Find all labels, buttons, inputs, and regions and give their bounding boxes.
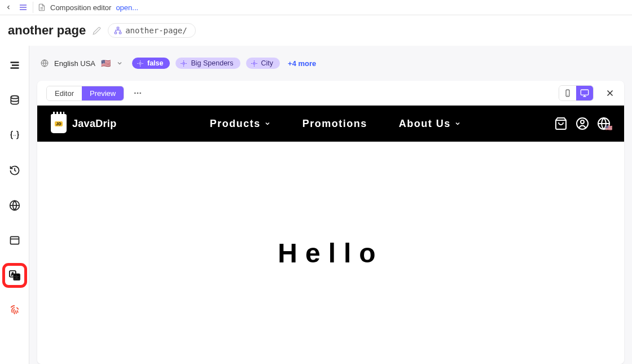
svg-rect-5 — [117, 27, 119, 29]
locale-label: English USA — [54, 59, 95, 68]
sitemap-icon — [114, 27, 122, 34]
svg-point-37 — [134, 93, 136, 94]
chip-label: Big Spenders — [191, 59, 233, 67]
cart-button[interactable] — [554, 117, 568, 130]
panel-toolbar: Editor Preview — [37, 81, 624, 106]
chip-label: false — [147, 59, 164, 67]
desktop-icon — [580, 89, 589, 98]
sidebar-item-parameters[interactable] — [5, 126, 24, 145]
menu-item-label: About Us — [399, 118, 451, 130]
dots-horizontal-icon — [133, 89, 142, 98]
sidebar-item-data[interactable] — [5, 91, 24, 110]
site-menu: Products Promotions About Us — [210, 118, 461, 130]
context-chip-false[interactable]: false — [132, 58, 170, 69]
braces-icon — [9, 130, 20, 141]
menu-icon — [19, 3, 28, 12]
viewport-toggle — [559, 85, 594, 101]
sidebar-item-page[interactable] — [5, 231, 24, 250]
sidebar-item-localization[interactable]: A文 — [5, 266, 24, 285]
translate-icon: A文 — [8, 269, 21, 282]
target-icon — [251, 60, 258, 67]
menu-item-label: Products — [210, 118, 261, 130]
svg-rect-10 — [10, 67, 19, 69]
brand-logo-badge: JD — [55, 121, 63, 126]
sidebar-item-history[interactable] — [5, 161, 24, 180]
viewport-desktop-button[interactable] — [576, 86, 593, 100]
slug-chip[interactable]: another-page/ — [108, 23, 196, 38]
site-menu-item-promotions[interactable]: Promotions — [302, 118, 367, 130]
locale-dropdown-button[interactable] — [116, 60, 123, 67]
svg-point-27 — [183, 62, 185, 64]
close-icon — [605, 88, 615, 98]
fingerprint-icon — [9, 305, 20, 316]
svg-point-11 — [11, 96, 18, 99]
svg-rect-9 — [12, 64, 19, 66]
mobile-icon — [564, 89, 572, 97]
site-icons: 🇺🇸 — [554, 117, 611, 130]
shopping-bag-icon — [554, 117, 568, 130]
context-more-link[interactable]: +4 more — [288, 59, 316, 68]
chevron-down-icon — [454, 120, 461, 127]
globe-icon — [9, 200, 20, 211]
content-area: English USA 🇺🇸 false Big Spenders — [29, 46, 632, 364]
editor-preview-toggle: Editor Preview — [46, 86, 124, 101]
svg-rect-6 — [115, 32, 117, 34]
context-chip-city[interactable]: City — [246, 58, 280, 69]
locale-globe-icon — [41, 59, 49, 67]
edit-title-button[interactable] — [93, 27, 101, 35]
site-menu-item-products[interactable]: Products — [210, 118, 271, 130]
svg-point-22 — [139, 62, 141, 64]
slug-text: another-page/ — [125, 26, 187, 35]
svg-point-38 — [137, 93, 139, 94]
site-menu-item-about[interactable]: About Us — [399, 118, 461, 130]
sidebar-rail: A文 — [0, 46, 29, 364]
viewport-mobile-button[interactable] — [559, 86, 576, 100]
history-icon — [9, 165, 20, 176]
back-button[interactable] — [3, 2, 14, 12]
svg-point-32 — [253, 62, 254, 64]
browser-icon — [9, 235, 20, 246]
brand[interactable]: JD JavaDrip — [51, 114, 116, 133]
sidebar-item-personalization[interactable] — [5, 301, 24, 320]
structure-icon — [9, 60, 20, 71]
context-row: English USA 🇺🇸 false Big Spenders — [29, 46, 632, 81]
target-icon — [137, 60, 144, 67]
database-icon — [9, 95, 20, 106]
brand-logo: JD — [51, 114, 67, 133]
chevron-left-icon — [5, 4, 12, 11]
sidebar-item-structure[interactable] — [5, 56, 24, 75]
site-preview: JD JavaDrip Products Promotions — [37, 106, 624, 364]
divider — [33, 2, 33, 13]
titlebar: another page another-page/ — [0, 15, 632, 46]
svg-rect-42 — [581, 90, 588, 95]
svg-rect-8 — [10, 62, 19, 63]
locale-flag: 🇺🇸 — [101, 59, 111, 68]
svg-rect-14 — [10, 236, 19, 244]
chevron-down-icon — [116, 60, 123, 67]
locale-switcher-button[interactable]: 🇺🇸 — [597, 117, 611, 130]
preview-tab-button[interactable]: Preview — [82, 86, 124, 100]
menu-item-label: Promotions — [302, 118, 367, 130]
preview-panel: Editor Preview — [37, 81, 624, 364]
target-icon — [180, 60, 187, 67]
sidebar-item-locales[interactable] — [5, 196, 24, 215]
svg-point-39 — [140, 93, 142, 94]
pencil-icon — [93, 27, 101, 35]
chip-label: City — [261, 59, 274, 67]
account-button[interactable] — [576, 117, 589, 130]
editor-tab-button[interactable]: Editor — [47, 86, 82, 100]
chevron-down-icon — [264, 120, 271, 127]
panel-more-button[interactable] — [131, 86, 144, 100]
context-chip-big-spenders[interactable]: Big Spenders — [175, 58, 240, 69]
document-icon — [38, 3, 46, 11]
menu-toggle-button[interactable] — [18, 2, 28, 12]
hero-text: Hello — [278, 238, 383, 269]
site-navbar: JD JavaDrip Products Promotions — [37, 106, 624, 142]
svg-point-49 — [581, 120, 584, 124]
svg-rect-7 — [119, 32, 121, 34]
breadcrumb-open-link[interactable]: open... — [116, 3, 138, 12]
user-circle-icon — [576, 117, 589, 130]
brand-name: JavaDrip — [72, 118, 116, 130]
svg-text:文: 文 — [14, 275, 19, 280]
close-panel-button[interactable] — [605, 88, 615, 98]
